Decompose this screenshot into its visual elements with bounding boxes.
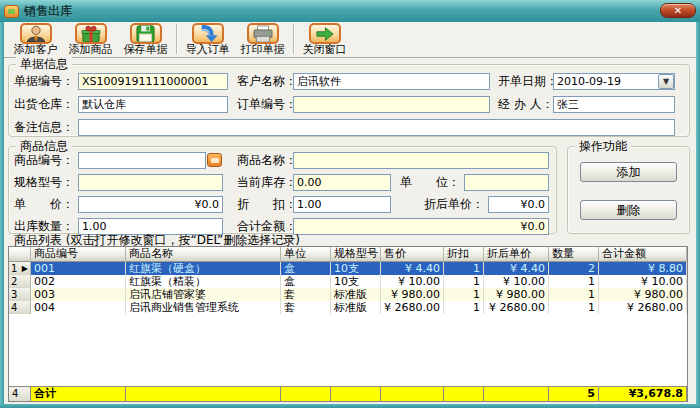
table-cell: 套 <box>281 288 331 301</box>
order-no-field[interactable] <box>293 96 490 113</box>
spec-field[interactable] <box>78 174 223 191</box>
amount-field[interactable] <box>293 218 549 235</box>
customer-field[interactable] <box>293 73 490 90</box>
column-header[interactable]: 商品编号 <box>31 247 126 262</box>
close-window-arrow-icon <box>309 23 341 44</box>
warehouse-label: 出货仓库： <box>14 96 74 112</box>
total-empty-cell <box>381 386 444 401</box>
column-header[interactable]: 售价 <box>381 247 444 262</box>
order-no-label: 订单编号： <box>237 96 297 112</box>
product-lookup-button[interactable] <box>207 153 222 167</box>
unit-field[interactable] <box>464 174 549 191</box>
remark-field[interactable] <box>78 119 675 136</box>
toolbar-button-add-customer[interactable]: 添加客户 <box>8 23 63 57</box>
product-name-field[interactable] <box>293 152 549 169</box>
stock-field[interactable] <box>293 174 391 191</box>
total-label: 合计 <box>31 386 126 401</box>
table-cell: 002 <box>31 275 126 288</box>
calendar-dropdown-button[interactable]: ▼ <box>658 74 674 89</box>
table-cell: 启讯商业销售管理系统 <box>126 301 281 314</box>
delete-row-button[interactable]: 删除 <box>580 200 677 220</box>
discount-field[interactable] <box>293 196 391 213</box>
product-info-legend: 商品信息 <box>16 139 72 153</box>
total-row-number: 4 <box>9 386 31 401</box>
column-header[interactable]: 单位 <box>281 247 331 262</box>
table-row[interactable]: 3003启讯店铺管家婆套标准版¥ 980.001¥ 980.001¥ 980.0… <box>9 288 687 301</box>
handler-field[interactable] <box>553 96 675 113</box>
table-cell: 10支 <box>331 262 381 275</box>
price-label: 单 价： <box>14 196 74 212</box>
table-cell: ¥ 4.40 <box>381 262 444 275</box>
product-no-field[interactable] <box>78 152 206 169</box>
bill-date-field[interactable] <box>553 73 675 90</box>
toolbar-button-add-product[interactable]: 添加商品 <box>63 23 118 57</box>
table-cell: 盒 <box>281 275 331 288</box>
table-row[interactable]: 1▶001红旗渠（硬盒）盒10支¥ 4.401¥ 4.402¥ 8.80 <box>9 262 687 275</box>
table-cell: 001 <box>31 262 126 275</box>
column-header[interactable]: 商品名称 <box>126 247 281 262</box>
table-cell: 标准版 <box>331 301 381 314</box>
column-header[interactable]: 折扣 <box>444 247 484 262</box>
table-cell: ¥ 980.00 <box>484 288 549 301</box>
table-cell: ¥ 2680.00 <box>381 301 444 314</box>
table-cell: 红旗渠（硬盒） <box>126 262 281 275</box>
table-cell: ¥ 2680.00 <box>599 301 687 314</box>
row-number-cell: 3 <box>9 288 31 301</box>
total-quantity: 5 <box>549 386 599 401</box>
table-cell: 10支 <box>331 275 381 288</box>
bill-no-label: 单据编号： <box>14 73 74 89</box>
discount-label: 折 扣： <box>237 196 297 212</box>
bill-no-field[interactable] <box>78 73 228 90</box>
unit-label: 单 位： <box>400 174 460 190</box>
stock-label: 当前库存： <box>237 174 297 190</box>
product-no-label: 商品编号： <box>14 152 74 168</box>
table-cell: ¥ 980.00 <box>381 288 444 301</box>
table-cell: ¥ 10.00 <box>381 275 444 288</box>
toolbar-button-print-bill[interactable]: 打印单据 <box>235 23 290 57</box>
doc-info-legend: 单据信息 <box>16 57 72 71</box>
discounted-price-field[interactable] <box>488 196 549 213</box>
toolbar-label: 关闭窗口 <box>303 44 347 56</box>
toolbar-button-close-window[interactable]: 关闭窗口 <box>297 23 352 57</box>
toolbar-label: 添加商品 <box>69 44 113 56</box>
toolbar: 添加客户 添加商品 <box>4 22 696 58</box>
table-cell: 1 <box>444 262 484 275</box>
toolbar-separator <box>293 24 294 54</box>
grid-corner-cell <box>9 247 31 262</box>
row-number-cell: 1▶ <box>9 262 31 275</box>
toolbar-separator <box>176 24 177 54</box>
price-field[interactable] <box>78 196 223 213</box>
toolbar-button-import-order[interactable]: 导入订单 <box>180 23 235 57</box>
column-header[interactable]: 数量 <box>549 247 599 262</box>
total-empty-cell <box>444 386 484 401</box>
table-cell: 1 <box>549 301 599 314</box>
window-border-right <box>696 22 700 408</box>
total-empty-cell <box>126 386 281 401</box>
table-cell: 红旗渠（精装） <box>126 275 281 288</box>
actions-legend: 操作功能 <box>575 139 631 153</box>
titlebar: 销售出库 ✕ <box>0 0 700 22</box>
close-window-button[interactable]: ✕ <box>660 3 696 18</box>
customer-label: 客户名称： <box>237 73 297 89</box>
table-cell: 启讯店铺管家婆 <box>126 288 281 301</box>
total-empty-cell <box>331 386 381 401</box>
add-row-button[interactable]: 添加 <box>580 162 677 182</box>
warehouse-field[interactable] <box>78 96 228 113</box>
column-header[interactable]: 折后单价 <box>484 247 549 262</box>
window-title: 销售出库 <box>24 3 72 20</box>
table-row[interactable]: 2002红旗渠（精装）盒10支¥ 10.001¥ 10.001¥ 10.00 <box>9 275 687 288</box>
grid-header-row: 商品编号商品名称单位规格型号售价折扣折后单价数量合计金额 <box>9 247 687 262</box>
table-cell: ¥ 8.80 <box>599 262 687 275</box>
table-row[interactable]: 4004启讯商业销售管理系统套标准版¥ 2680.001¥ 2680.001¥ … <box>9 301 687 314</box>
import-order-icon <box>192 23 224 44</box>
column-header[interactable]: 合计金额 <box>599 247 687 262</box>
add-product-icon <box>75 23 107 44</box>
toolbar-button-save-bill[interactable]: 保存单据 <box>118 23 173 57</box>
sales-outbound-window: 销售出库 ✕ 添加客户 <box>0 0 700 408</box>
column-header[interactable]: 规格型号 <box>331 247 381 262</box>
row-number-cell: 2 <box>9 275 31 288</box>
table-cell: ¥ 2680.00 <box>484 301 549 314</box>
table-cell: 套 <box>281 301 331 314</box>
total-empty-cell <box>484 386 549 401</box>
toolbar-label: 打印单据 <box>241 44 285 56</box>
